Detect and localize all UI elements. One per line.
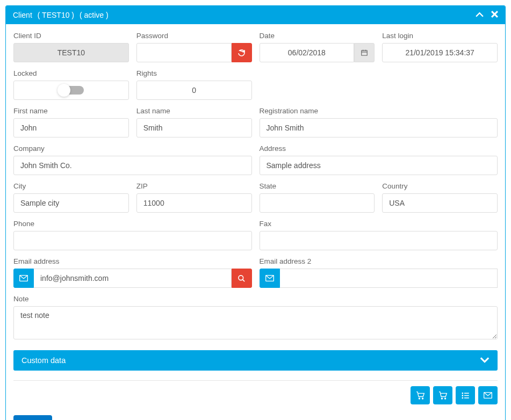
first-name-field[interactable] [13, 118, 129, 137]
fax-field[interactable] [260, 231, 498, 250]
svg-point-17 [462, 397, 463, 398]
state-field[interactable] [260, 193, 375, 213]
locked-toggle[interactable] [59, 86, 84, 95]
envelope-icon[interactable] [260, 269, 280, 288]
search-icon[interactable] [232, 269, 252, 288]
note-label: Note [13, 295, 498, 303]
envelope-icon[interactable] [13, 269, 34, 288]
country-field[interactable] [382, 193, 498, 213]
phone-label: Phone [13, 220, 252, 228]
last-login-field[interactable] [382, 43, 498, 62]
svg-line-6 [242, 279, 244, 281]
last-name-field[interactable] [136, 118, 252, 137]
svg-point-11 [444, 397, 445, 399]
close-icon[interactable] [491, 11, 498, 19]
cart-button-2[interactable] [433, 386, 452, 404]
refresh-icon[interactable] [232, 43, 252, 62]
rights-label: Rights [136, 69, 252, 77]
panel-header: Client ( TEST10 ) ( active ) [6, 6, 505, 24]
password-field[interactable] [136, 43, 232, 62]
panel-title-status: ( active ) [80, 11, 109, 19]
custom-data-title: Custom data [21, 356, 66, 365]
list-button[interactable] [456, 386, 475, 404]
client-id-label: Client ID [13, 32, 129, 40]
svg-rect-0 [362, 50, 368, 55]
reg-name-field[interactable] [260, 118, 498, 137]
rights-field[interactable] [136, 81, 252, 100]
date-label: Date [260, 32, 375, 40]
date-field[interactable] [260, 43, 355, 62]
last-name-label: Last name [136, 107, 252, 115]
company-label: Company [13, 144, 252, 153]
svg-point-8 [419, 397, 420, 399]
address-label: Address [260, 144, 498, 153]
password-label: Password [136, 32, 252, 40]
collapse-icon[interactable] [476, 11, 484, 19]
client-id-field [13, 43, 129, 62]
state-label: State [260, 182, 375, 190]
panel-title-code: ( TEST10 ) [38, 11, 74, 19]
chevron-down-icon [480, 356, 490, 365]
email1-field[interactable] [34, 269, 232, 288]
calendar-icon[interactable] [354, 43, 375, 62]
phone-field[interactable] [13, 231, 252, 250]
svg-point-10 [441, 397, 442, 399]
email1-label: Email address [13, 257, 252, 265]
last-login-label: Last login [382, 32, 498, 40]
city-field[interactable] [13, 193, 129, 213]
first-name-label: First name [13, 107, 129, 115]
cart-button-1[interactable] [411, 386, 430, 404]
svg-point-5 [239, 275, 243, 280]
company-field[interactable] [13, 156, 252, 175]
address-field[interactable] [260, 156, 498, 175]
email2-label: Email address 2 [260, 257, 498, 265]
custom-data-section[interactable]: Custom data [13, 350, 498, 371]
city-label: City [13, 182, 129, 190]
country-label: Country [382, 182, 498, 190]
zip-label: ZIP [136, 182, 252, 190]
save-button[interactable]: Save [13, 415, 52, 420]
client-panel: Client ( TEST10 ) ( active ) Client ID [5, 5, 506, 420]
panel-title: Client [13, 11, 32, 19]
locked-label: Locked [13, 69, 129, 77]
note-field[interactable] [13, 306, 498, 339]
zip-field[interactable] [136, 193, 252, 213]
fax-label: Fax [260, 220, 498, 228]
email2-field[interactable] [280, 269, 498, 288]
svg-point-15 [462, 393, 463, 393]
svg-point-9 [422, 397, 423, 399]
svg-point-16 [462, 395, 463, 395]
reg-name-label: Registration name [260, 107, 498, 115]
locked-toggle-container [13, 81, 129, 100]
email-button[interactable] [478, 386, 498, 404]
